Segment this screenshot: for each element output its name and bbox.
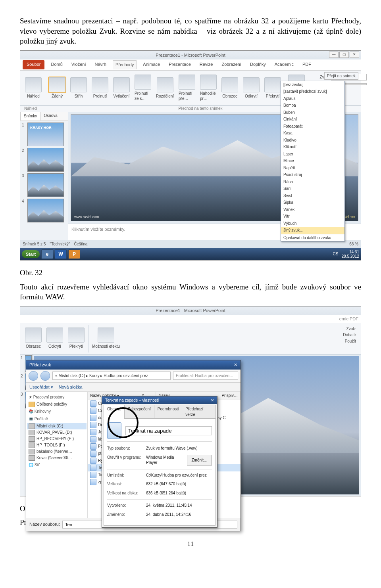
- taskbar: Start e W P CS 14:31 28.5.2012: [20, 248, 361, 260]
- rib-odkryti-2[interactable]: Odkrytí: [44, 325, 65, 352]
- rib-obrazec[interactable]: Obrazec: [219, 72, 241, 104]
- minimize-button[interactable]: —: [329, 52, 339, 58]
- tab-navrh[interactable]: Návrh: [92, 60, 109, 69]
- tab-osnova[interactable]: Osnova: [40, 112, 60, 121]
- sound-opt[interactable]: Sání: [281, 185, 344, 192]
- start-button[interactable]: Start: [22, 250, 40, 259]
- col-artist[interactable]: Přispív…: [219, 392, 241, 400]
- prop-key: Změněno:: [107, 512, 143, 517]
- close-button[interactable]: ✕: [350, 52, 359, 58]
- tab-domu[interactable]: Domů: [48, 60, 65, 69]
- prop-key: Vytvořeno:: [107, 503, 143, 508]
- rib-moznosti-2[interactable]: Možnosti efektu: [90, 325, 122, 352]
- rib-rozdel[interactable]: Rozdělení: [154, 72, 176, 104]
- tab-prezentace[interactable]: Prezentace: [166, 60, 193, 69]
- tree-node[interactable]: KOVAR_PAVEL (D:): [27, 429, 87, 436]
- tree-node[interactable]: HP_RECOVERY (E:): [27, 436, 87, 442]
- prop-tab-obecne[interactable]: Obecné: [104, 405, 125, 419]
- rib-prolnuti-p[interactable]: Prolnutí pře…: [176, 72, 198, 104]
- sound-opt-jinyzvuk[interactable]: Jiný zvuk…: [281, 227, 344, 234]
- tree-node[interactable]: Kovar (\\server03\…: [27, 455, 87, 461]
- tab-zobrazeni[interactable]: Zobrazení: [219, 60, 244, 69]
- taskbar-pp-icon[interactable]: P: [68, 249, 80, 259]
- nav-back-icon[interactable]: [29, 371, 38, 381]
- sound-opt[interactable]: Psací stroj: [281, 171, 344, 178]
- search-input[interactable]: Prohledat: Hudba pro ozvučen…: [173, 372, 238, 380]
- slide-thumb-1[interactable]: 1KRÁSY HOR: [22, 123, 66, 146]
- tab-snimky[interactable]: Snímky: [20, 112, 40, 121]
- rib-nahled[interactable]: Náhled: [23, 72, 44, 104]
- tree-node[interactable]: HP_TOOLS (F:): [27, 442, 87, 448]
- sound-opt[interactable]: Aplaus: [281, 95, 344, 102]
- rib-vytlaceni[interactable]: Vytlačení: [111, 72, 132, 104]
- sound-opt[interactable]: Šipka: [281, 199, 344, 206]
- ribbon-2: Obrazec Odkrytí Překrytí Možnosti efektu…: [20, 323, 361, 354]
- sound-opt[interactable]: Rána: [281, 178, 344, 186]
- sound-opt[interactable]: Bomba: [281, 102, 344, 109]
- sound-opt[interactable]: Mince: [281, 157, 344, 165]
- rib-prolnuti[interactable]: Prolnutí: [89, 72, 111, 104]
- file-tab[interactable]: Soubor: [23, 60, 44, 69]
- tray-lang[interactable]: CS: [333, 251, 339, 257]
- sound-opt[interactable]: Buben: [281, 109, 344, 116]
- tab-vlozeni[interactable]: Vložení: [69, 60, 89, 69]
- sound-opt[interactable]: Svist: [281, 192, 344, 199]
- rib-obrazec-2[interactable]: Obrazec: [23, 325, 44, 352]
- fd-close-icon[interactable]: ✕: [234, 362, 237, 368]
- slide-thumb-4[interactable]: 4: [22, 199, 66, 222]
- sound-opt[interactable]: Kliknutí: [281, 144, 344, 151]
- sound-opt[interactable]: Výbuch: [281, 220, 344, 227]
- tab-doplnky[interactable]: Doplňky: [248, 60, 268, 69]
- tree-node[interactable]: bakalario (\\server…: [27, 448, 87, 455]
- taskbar-ie-icon[interactable]: e: [41, 249, 53, 259]
- sound-opt[interactable]: Laser: [281, 151, 344, 158]
- prop-tab-podrob[interactable]: Podrobnosti: [154, 405, 182, 419]
- rib-odkryti[interactable]: Odkrytí: [241, 72, 262, 104]
- screenshot-33: Prezentace1 - Microsoft PowerPoint emic …: [20, 306, 361, 496]
- sound-opt[interactable]: Vánek: [281, 206, 344, 213]
- slide-thumb-3[interactable]: 3: [22, 173, 66, 197]
- sound-opt[interactable]: [zastavit předchozí zvuk]: [281, 88, 344, 95]
- tab-academic[interactable]: Academic: [272, 60, 296, 69]
- rib-group-left: Náhled: [24, 106, 44, 111]
- page-number: 11: [20, 540, 361, 549]
- rib-strih[interactable]: Střih: [68, 72, 89, 104]
- rib-nahodile[interactable]: Nahodilé pr…: [198, 72, 219, 104]
- prop-filename-input[interactable]: [125, 426, 212, 435]
- sound-opt[interactable]: Kladivo: [281, 137, 344, 144]
- tab-revize[interactable]: Revize: [197, 60, 216, 69]
- prejit-btn[interactable]: Přejít na snímek: [324, 72, 358, 80]
- tab-pdf[interactable]: PDF: [300, 60, 314, 69]
- tray-clock[interactable]: 14:31 28.5.2012: [342, 250, 360, 259]
- change-button[interactable]: Změnit…: [187, 455, 212, 465]
- sound-opt[interactable]: Vítr: [281, 213, 344, 220]
- sound-opt[interactable]: Kasa: [281, 130, 344, 137]
- fd-organize[interactable]: Uspořádat ▾: [29, 384, 53, 390]
- tree-node-cdrive[interactable]: Místní disk (C:): [27, 423, 87, 429]
- sound-opt[interactable]: Cinkání: [281, 116, 344, 123]
- maximize-button[interactable]: ▢: [339, 52, 349, 58]
- sound-opt[interactable]: Napětí: [281, 165, 344, 172]
- tab-animace[interactable]: Animace: [140, 60, 162, 69]
- sound-opt[interactable]: Fotoaparát: [281, 123, 344, 130]
- taskbar-word-icon[interactable]: W: [55, 249, 67, 259]
- fd-newfolder[interactable]: Nová složka: [59, 384, 83, 390]
- rib-prekryti[interactable]: Překrytí: [262, 72, 283, 104]
- path-bar[interactable]: « Místní disk (C:) ▸ Kurzy ▸ Hudba pro o…: [52, 372, 171, 380]
- status-zoom[interactable]: 68 %: [349, 241, 358, 247]
- tray-date: 28.5.2012: [342, 254, 360, 259]
- nav-fwd-icon[interactable]: [40, 371, 50, 381]
- prop-tab-zabez[interactable]: Zabezpečení: [124, 405, 154, 419]
- prop-val: 632 kB (647 670 bajtů): [146, 481, 212, 487]
- rib-prekryti-2[interactable]: Překrytí: [65, 325, 87, 352]
- tab-prechody[interactable]: Přechody: [113, 60, 137, 69]
- sound-repeat[interactable]: Opakovat do dalšího zvuku: [281, 234, 344, 241]
- prop-tab-predchozi[interactable]: Předchozí verze: [182, 405, 216, 419]
- sound-opt[interactable]: [bez zvuku]: [281, 81, 344, 88]
- tree-node[interactable]: Oblíbené položky: [27, 401, 87, 408]
- filename-label: Název souboru:: [29, 521, 60, 527]
- rib-prolnuti-s[interactable]: Prolnutí ze s…: [132, 72, 154, 104]
- rib-zadny[interactable]: Žádný: [46, 72, 68, 104]
- prop-close-icon[interactable]: ✕: [211, 398, 214, 403]
- slide-thumb-2[interactable]: 2: [22, 148, 66, 172]
